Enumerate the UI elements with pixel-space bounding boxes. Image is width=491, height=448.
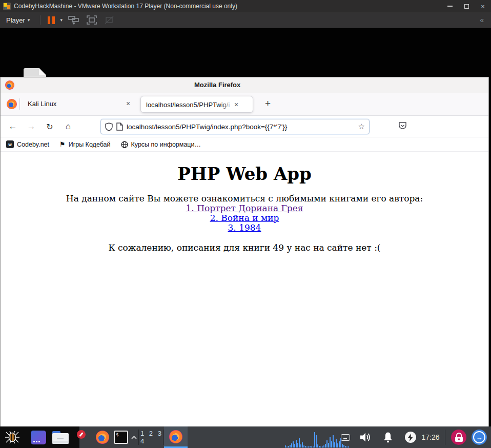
vmware-logo-icon: [3, 3, 11, 10]
firefox-icon: [169, 430, 182, 443]
panel-divider: [138, 430, 139, 445]
clock[interactable]: 17:26: [418, 426, 443, 448]
bookmarks-toolbar: w Codeby.net ⚑ Игры Кодебай Курсы по инф…: [1, 137, 488, 152]
suspend-dropdown-caret[interactable]: ▾: [60, 17, 63, 23]
logout-button[interactable]: →: [469, 426, 489, 448]
logout-icon: →: [472, 430, 487, 445]
home-button[interactable]: ⌂: [60, 120, 76, 133]
tab-close-icon[interactable]: ×: [126, 99, 130, 108]
panel-divider: [163, 430, 163, 445]
tab-kali-linux[interactable]: Kali Linux: [28, 100, 56, 108]
bookmark-star-icon[interactable]: ☆: [358, 122, 365, 131]
url-input[interactable]: localhost/lesson5/PHPTwig/index.php?book…: [127, 123, 355, 131]
panel-divider: [445, 430, 445, 445]
page-title: PHP Web App: [1, 152, 488, 184]
tab-localhost-active[interactable]: localhost/lesson5/PHPTwig/i ×: [140, 96, 253, 113]
text-editor-button[interactable]: [73, 426, 92, 448]
file-fold: [39, 68, 46, 75]
bookmark-label: Курсы по информаци…: [131, 141, 201, 148]
collapse-toolbar-button[interactable]: «: [480, 16, 484, 24]
minimize-icon: [447, 6, 453, 7]
book-link-3[interactable]: 3. 1984: [228, 222, 261, 233]
player-menu-label: Player: [6, 16, 25, 24]
page-message: К сожалению, описания для книги 49 у нас…: [1, 242, 488, 253]
toolbar-divider: [40, 15, 40, 25]
firefox-window-title: Mozilla Firefox: [194, 81, 240, 89]
unity-mode-icon: [104, 15, 114, 25]
fullscreen-icon[interactable]: [87, 15, 97, 25]
new-tab-button[interactable]: +: [265, 98, 271, 109]
page-intro: На данном сайте Вы можете ознакомиться с…: [1, 194, 488, 203]
vmware-window-controls: ×: [442, 0, 491, 12]
close-button[interactable]: ×: [475, 0, 491, 12]
bookmark-codeby[interactable]: w Codeby.net: [6, 140, 49, 148]
page-content: PHP Web App На данном сайте Вы можете оз…: [1, 152, 488, 426]
flag-icon: ⚑: [59, 140, 66, 148]
file-manager-button[interactable]: [50, 426, 71, 448]
display-tray-icon[interactable]: [338, 426, 353, 448]
bookmark-label: Codeby.net: [17, 141, 49, 148]
terminal-icon: $_: [114, 431, 128, 444]
minimize-button[interactable]: [442, 0, 458, 12]
send-ctrl-alt-del-icon[interactable]: [68, 15, 79, 25]
vm-desktop: </> test.xml Mozilla Firefox Kali Linux …: [0, 28, 491, 448]
pocket-icon[interactable]: [398, 121, 407, 131]
pencil-badge-icon: [77, 430, 86, 439]
maximize-icon: [464, 4, 469, 9]
firefox-window: Mozilla Firefox Kali Linux × localhost/l…: [0, 77, 489, 426]
suspend-button[interactable]: [45, 16, 58, 24]
kali-dragon-icon: [4, 429, 21, 445]
taskbar-window-firefox[interactable]: [164, 426, 188, 448]
terminal-launcher-button[interactable]: $_: [112, 426, 130, 448]
firefox-titlebar[interactable]: Mozilla Firefox: [1, 77, 488, 93]
reload-button[interactable]: ↻: [42, 120, 57, 133]
app-launcher-button[interactable]: [29, 426, 48, 448]
tab-bar: Kali Linux × localhost/lesson5/PHPTwig/i…: [1, 93, 488, 116]
firefox-logo-icon: [7, 99, 17, 109]
globe-icon: [121, 141, 128, 148]
tab-close-icon[interactable]: ×: [234, 100, 238, 109]
page-info-icon[interactable]: [116, 123, 123, 131]
bookmark-label: Игры Кодебай: [69, 141, 111, 148]
maximize-button[interactable]: [458, 0, 475, 12]
book-link-2[interactable]: 2. Война и мир: [210, 213, 279, 223]
bookmark-igry-kodebay[interactable]: ⚑ Игры Кодебай: [59, 140, 110, 148]
bookmark-kursy[interactable]: Курсы по информаци…: [121, 141, 201, 148]
firefox-logo-icon: [5, 80, 14, 90]
taskbar: $_ 1 2 3 4 17:26: [0, 426, 491, 448]
firefox-launcher-button[interactable]: [93, 426, 112, 448]
lock-screen-button[interactable]: [449, 426, 468, 448]
workspace-switcher[interactable]: 1 2 3 4: [140, 426, 163, 448]
active-tab-label: localhost/lesson5/PHPTwig/i: [146, 101, 230, 109]
app-launcher-icon: [31, 431, 46, 444]
chevron-down-icon: ▾: [28, 17, 30, 23]
navigation-toolbar: ← → ↻ ⌂ localhost/lesson5/PHPTwig/index.…: [1, 116, 488, 137]
firefox-icon: [96, 431, 109, 444]
codeby-logo-icon: w: [6, 140, 14, 148]
chevron-up-icon: [131, 436, 137, 439]
power-manager-icon[interactable]: [403, 426, 418, 448]
notification-bell-icon[interactable]: [379, 426, 397, 448]
folder-icon: [52, 431, 69, 444]
pause-icon: [52, 16, 55, 24]
forward-button: →: [24, 120, 39, 133]
tab-divider: [19, 98, 20, 110]
book-link-1[interactable]: 1. Портрет Дориана Грея: [186, 203, 303, 213]
vmware-toolbar: Player ▾ ▾ «: [0, 12, 491, 28]
volume-icon[interactable]: [357, 426, 374, 448]
vmware-titlebar: CodebyHackMashine - VMware Workstation 1…: [0, 0, 491, 12]
vmware-window-title: CodebyHackMashine - VMware Workstation 1…: [14, 3, 237, 10]
kali-menu-button[interactable]: [0, 426, 25, 448]
url-bar[interactable]: localhost/lesson5/PHPTwig/index.php?book…: [100, 119, 370, 134]
shield-icon[interactable]: [105, 123, 113, 131]
screen: CodebyHackMashine - VMware Workstation 1…: [0, 0, 491, 448]
lock-icon: [451, 430, 466, 445]
back-button[interactable]: ←: [5, 120, 21, 133]
player-menu[interactable]: Player ▾: [0, 12, 36, 28]
pause-icon: [48, 16, 50, 24]
panel-expand-button[interactable]: [129, 426, 138, 448]
